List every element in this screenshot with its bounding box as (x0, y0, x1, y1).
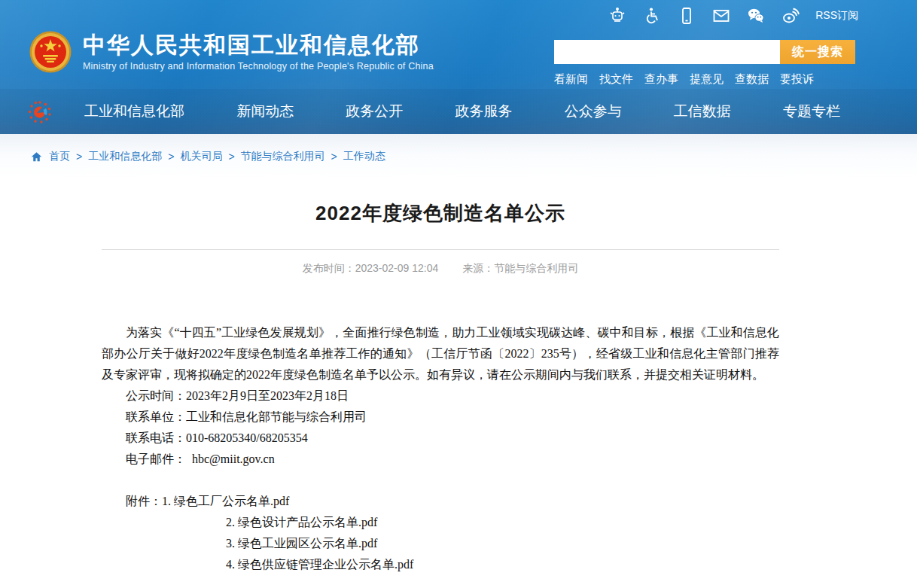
weibo-icon[interactable] (781, 6, 800, 26)
publish-time-value: 2023-02-09 12:04 (355, 262, 439, 274)
breadcrumb-separator: > (331, 151, 337, 163)
breadcrumb-energy-dept[interactable]: 节能与综合利用司 (241, 150, 325, 163)
attachment-line: 附件：1. 绿色工厂公示名单.pdf (102, 491, 779, 512)
mail-icon[interactable] (711, 6, 731, 26)
quick-link-documents[interactable]: 找文件 (599, 72, 633, 87)
breadcrumb-miit[interactable]: 工业和信息化部 (88, 150, 162, 163)
main-nav: 工业和信息化部 新闻动态 政务公开 政务服务 公众参与 工信数据 专题专栏 (0, 89, 917, 134)
article-meta: 发布时间：2023-02-09 12:04来源：节能与综合利用司 (102, 262, 779, 276)
top-utility-bar: RSS订阅 (608, 6, 858, 26)
breadcrumb: 首页 > 工业和信息化部 > 机关司局 > 节能与综合利用司 > 工作动态 (30, 134, 385, 179)
breadcrumb-separator: > (76, 151, 82, 163)
detail-publicity-period: 公示时间：2023年2月9日至2023年2月18日 (102, 385, 779, 407)
page: RSS订阅 中华人民共和国工业和信息化部 Ministry of In (0, 0, 917, 588)
attachment-line: 4. 绿色供应链管理企业公示名单.pdf (102, 554, 779, 575)
brand[interactable]: 中华人民共和国工业和信息化部 Ministry of Industry and … (29, 30, 434, 74)
source-label: 来源： (462, 262, 494, 274)
breadcrumb-separator: > (168, 151, 174, 163)
quick-link-suggestions[interactable]: 提意见 (690, 72, 724, 87)
breadcrumb-home[interactable]: 首页 (49, 150, 70, 163)
publish-time-label: 发布时间： (303, 262, 355, 274)
nav-item-gov-disclosure[interactable]: 政务公开 (346, 102, 403, 121)
breadcrumb-band: 首页 > 工业和信息化部 > 机关司局 > 节能与综合利用司 > 工作动态 (0, 134, 917, 179)
site-subtitle: Ministry of Industry and Information Tec… (83, 61, 434, 72)
nav-item-news[interactable]: 新闻动态 (236, 102, 294, 121)
search-input[interactable] (554, 40, 780, 64)
article: 2022年度绿色制造名单公示 发布时间：2023-02-09 12:04来源：节… (102, 179, 779, 575)
nav-item-gov-services[interactable]: 政务服务 (455, 102, 512, 121)
attachment-green-supply-chain-pdf[interactable]: 4. 绿色供应链管理企业公示名单.pdf (226, 558, 413, 571)
attachments: 附件：1. 绿色工厂公示名单.pdf 2. 绿色设计产品公示名单.pdf 3. … (102, 491, 779, 575)
page-title: 2022年度绿色制造名单公示 (102, 200, 779, 227)
nav-item-miit[interactable]: 工业和信息化部 (84, 102, 184, 121)
attachments-label: 附件： (126, 495, 162, 507)
nav-item-miit-data[interactable]: 工信数据 (674, 102, 731, 121)
search-button[interactable]: 统一搜索 (780, 40, 855, 64)
detail-contact-phone: 联系电话：010-68205340/68205354 (102, 428, 779, 449)
detail-contact-email: 电子邮件： hbc@miit.gov.cn (102, 449, 779, 470)
breadcrumb-separator: > (228, 151, 234, 163)
site-title: 中华人民共和国工业和信息化部 (83, 32, 434, 57)
site-header: RSS订阅 中华人民共和国工业和信息化部 Ministry of In (0, 0, 917, 134)
rss-subscribe-link[interactable]: RSS订阅 (815, 9, 858, 23)
quick-links: 看新闻 找文件 查办事 提意见 查数据 要投诉 (554, 72, 855, 87)
source-value: 节能与综合利用司 (494, 262, 578, 274)
article-body: 为落实《“十四五”工业绿色发展规划》，全面推行绿色制造，助力工业领域实现碳达峰、… (102, 322, 779, 575)
detail-contact-unit: 联系单位：工业和信息化部节能与综合利用司 (102, 407, 779, 428)
attachment-line: 3. 绿色工业园区公示名单.pdf (102, 533, 779, 554)
quick-link-services[interactable]: 查办事 (644, 72, 678, 87)
national-emblem-logo (29, 30, 72, 74)
wechat-icon[interactable] (746, 6, 766, 26)
attachment-green-factory-pdf[interactable]: 1. 绿色工厂公示名单.pdf (162, 495, 289, 507)
ai-assistant-icon[interactable] (608, 6, 627, 26)
article-paragraph: 为落实《“十四五”工业绿色发展规划》，全面推行绿色制造，助力工业领域实现碳达峰、… (102, 322, 779, 385)
quick-link-news[interactable]: 看新闻 (554, 72, 588, 87)
attachment-green-industrial-park-pdf[interactable]: 3. 绿色工业园区公示名单.pdf (226, 537, 377, 550)
brand-text: 中华人民共和国工业和信息化部 Ministry of Industry and … (83, 32, 434, 72)
attachment-line: 2. 绿色设计产品公示名单.pdf (102, 512, 779, 533)
miit-gear-logo-icon[interactable] (27, 99, 53, 125)
accessibility-icon[interactable] (642, 6, 662, 26)
search-area: 统一搜索 看新闻 找文件 查办事 提意见 查数据 要投诉 (554, 40, 855, 87)
search-box: 统一搜索 (554, 40, 855, 64)
nav-items: 工业和信息化部 新闻动态 政务公开 政务服务 公众参与 工信数据 专题专栏 (84, 89, 840, 134)
breadcrumb-work-updates[interactable]: 工作动态 (343, 150, 385, 163)
quick-link-complaints[interactable]: 要投诉 (780, 72, 814, 87)
nav-item-public-participation[interactable]: 公众参与 (565, 102, 622, 121)
title-divider (102, 249, 779, 250)
attachment-green-design-product-pdf[interactable]: 2. 绿色设计产品公示名单.pdf (226, 516, 377, 529)
nav-item-special-columns[interactable]: 专题专栏 (783, 102, 840, 121)
breadcrumb-departments[interactable]: 机关司局 (180, 150, 222, 163)
mobile-icon[interactable] (677, 6, 696, 26)
home-icon[interactable] (30, 151, 43, 163)
quick-link-data[interactable]: 查数据 (735, 72, 769, 87)
